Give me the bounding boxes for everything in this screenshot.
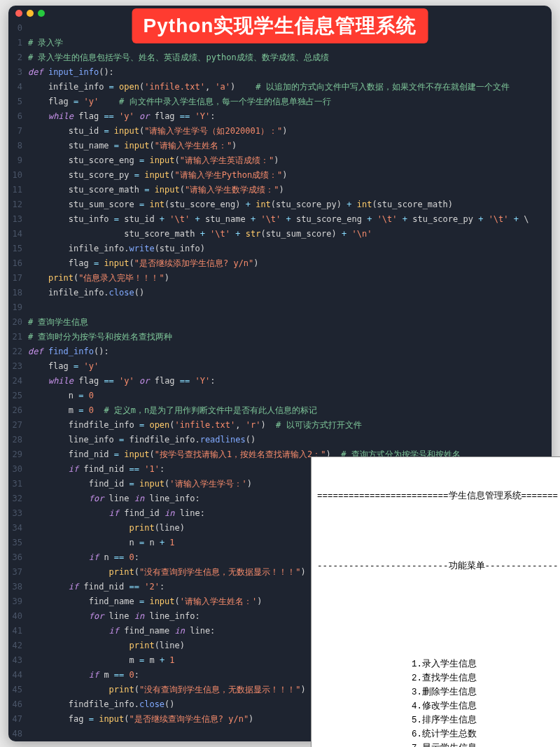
line-number: 48 [8, 727, 28, 741]
code-line[interactable]: 20# 查询学生信息 [8, 315, 552, 330]
code-content[interactable]: while flag == 'y' or flag == 'Y': [28, 374, 552, 389]
line-number: 35 [8, 536, 28, 550]
line-number: 11 [8, 183, 28, 197]
menu-item: 6.统计学生总数 [317, 727, 554, 741]
code-line[interactable]: 27 findfile_info = open('infile.txt', 'r… [8, 418, 552, 433]
code-line[interactable]: 10 stu_score_py = input("请输入学生Python成绩："… [8, 168, 552, 183]
code-line[interactable]: 17 print("信息录入完毕！！！") [8, 271, 552, 286]
code-content[interactable]: print("信息录入完毕！！！") [28, 271, 552, 286]
code-content[interactable]: flag = input("是否继续添加学生信息? y/n") [28, 256, 552, 271]
code-content[interactable]: # 录入学生的信息包括学号、姓名、英语成绩、python成绩、数学成绩、总成绩 [28, 50, 552, 65]
line-number: 33 [8, 506, 28, 521]
minimize-icon[interactable] [27, 10, 34, 17]
code-content[interactable]: stu_score_py = input("请输入学生Python成绩：") [28, 168, 552, 183]
code-content[interactable]: findfile_info = open('infile.txt', 'r') … [28, 418, 552, 433]
line-number: 44 [8, 668, 28, 683]
line-number: 36 [8, 550, 28, 565]
code-line[interactable]: 16 flag = input("是否继续添加学生信息? y/n") [8, 256, 552, 271]
line-number: 12 [8, 197, 28, 212]
line-number: 7 [8, 124, 28, 139]
line-number: 8 [8, 139, 28, 153]
line-number: 45 [8, 683, 28, 697]
line-number: 18 [8, 286, 28, 300]
code-line[interactable]: 18 infile_info.close() [8, 286, 552, 300]
code-content[interactable]: stu_sum_score = int(stu_score_eng) + int… [28, 197, 552, 212]
code-line[interactable]: 19 [8, 300, 552, 315]
code-line[interactable]: 28 line_info = findfile_info.readlines() [8, 433, 552, 447]
code-content[interactable]: flag = 'y' [28, 359, 552, 374]
code-content[interactable]: stu_score_math = input("请输入学生数学成绩：") [28, 183, 552, 197]
code-content[interactable]: stu_id = input("请输入学生学号（如2020001）：") [28, 124, 552, 139]
line-number: 41 [8, 624, 28, 638]
line-number: 17 [8, 271, 28, 286]
code-line[interactable]: 7 stu_id = input("请输入学生学号（如2020001）：") [8, 124, 552, 139]
code-line[interactable]: 14 stu_score_math + '\t' + str(stu_sum_s… [8, 227, 552, 242]
line-number: 28 [8, 433, 28, 447]
line-number: 42 [8, 638, 28, 653]
code-line[interactable]: 21# 查询时分为按学号和按姓名查找两种 [8, 330, 552, 344]
line-number: 31 [8, 477, 28, 491]
line-number: 19 [8, 300, 28, 315]
maximize-icon[interactable] [38, 10, 45, 17]
line-number: 26 [8, 403, 28, 418]
code-line[interactable]: 13 stu_info = stu_id + '\t' + stu_name +… [8, 212, 552, 227]
line-number: 46 [8, 697, 28, 712]
code-content[interactable]: stu_score_math + '\t' + str(stu_sum_scor… [28, 227, 552, 242]
menu-item: 3.删除学生信息 [317, 685, 554, 699]
line-number: 25 [8, 389, 28, 403]
code-line[interactable]: 4 infile_info = open('infile.txt', 'a') … [8, 80, 552, 95]
code-content[interactable]: def find_info(): [28, 344, 552, 359]
code-content[interactable]: m = 0 # 定义m，n是为了用作判断文件中是否有此人信息的标记 [28, 403, 552, 418]
line-number: 21 [8, 330, 28, 344]
line-number: 2 [8, 50, 28, 65]
line-number: 24 [8, 374, 28, 389]
code-line[interactable]: 24 while flag == 'y' or flag == 'Y': [8, 374, 552, 389]
menu-item: 1.录入学生信息 [317, 657, 554, 671]
code-content[interactable] [28, 300, 552, 315]
line-number: 30 [8, 462, 28, 477]
code-line[interactable]: 6 while flag == 'y' or flag == 'Y': [8, 109, 552, 124]
code-line[interactable]: 12 stu_sum_score = int(stu_score_eng) + … [8, 197, 552, 212]
code-content[interactable]: infile_info.close() [28, 286, 552, 300]
code-line[interactable]: 2# 录入学生的信息包括学号、姓名、英语成绩、python成绩、数学成绩、总成绩 [8, 50, 552, 65]
line-number: 4 [8, 80, 28, 95]
line-number: 39 [8, 594, 28, 609]
code-content[interactable]: infile_info = open('infile.txt', 'a') # … [28, 80, 552, 95]
code-content[interactable]: infile_info.write(stu_info) [28, 242, 552, 256]
code-line[interactable]: 26 m = 0 # 定义m，n是为了用作判断文件中是否有此人信息的标记 [8, 403, 552, 418]
code-content[interactable]: # 查询学生信息 [28, 315, 552, 330]
title-banner: Python实现学生信息管理系统 [132, 8, 428, 43]
code-content[interactable]: line_info = findfile_info.readlines() [28, 433, 552, 447]
line-number: 15 [8, 242, 28, 256]
menu-item: 7.显示学生信息 [317, 741, 554, 747]
code-line[interactable]: 3def input_info(): [8, 65, 552, 80]
line-number: 32 [8, 491, 28, 506]
code-content[interactable]: # 查询时分为按学号和按姓名查找两种 [28, 330, 552, 344]
code-line[interactable]: 11 stu_score_math = input("请输入学生数学成绩：") [8, 183, 552, 197]
code-content[interactable]: def input_info(): [28, 65, 552, 80]
code-line[interactable]: 23 flag = 'y' [8, 359, 552, 374]
terminal-title: =========================学生信息管理系统======= [317, 489, 554, 503]
line-number: 47 [8, 712, 28, 727]
code-content[interactable]: flag = 'y' # 向文件中录入学生信息，每一个学生的信息单独占一行 [28, 95, 552, 109]
code-line[interactable]: 8 stu_name = input("请输入学生姓名：") [8, 139, 552, 153]
line-number: 22 [8, 344, 28, 359]
close-icon[interactable] [15, 10, 22, 17]
code-line[interactable]: 5 flag = 'y' # 向文件中录入学生信息，每一个学生的信息单独占一行 [8, 95, 552, 109]
code-line[interactable]: 9 stu_score_eng = input("请输入学生英语成绩：") [8, 153, 552, 168]
code-line[interactable]: 25 n = 0 [8, 389, 552, 403]
line-number: 9 [8, 153, 28, 168]
line-number: 37 [8, 565, 28, 580]
code-content[interactable]: stu_score_eng = input("请输入学生英语成绩：") [28, 153, 552, 168]
line-number: 5 [8, 95, 28, 109]
line-number: 6 [8, 109, 28, 124]
code-content[interactable]: while flag == 'y' or flag == 'Y': [28, 109, 552, 124]
line-number: 13 [8, 212, 28, 227]
code-line[interactable]: 22def find_info(): [8, 344, 552, 359]
line-number: 34 [8, 521, 28, 536]
code-line[interactable]: 15 infile_info.write(stu_info) [8, 242, 552, 256]
code-content[interactable]: n = 0 [28, 389, 552, 403]
code-content[interactable]: stu_name = input("请输入学生姓名：") [28, 139, 552, 153]
terminal-panel[interactable]: =========================学生信息管理系统=======… [311, 456, 560, 747]
code-content[interactable]: stu_info = stu_id + '\t' + stu_name + '\… [28, 212, 552, 227]
